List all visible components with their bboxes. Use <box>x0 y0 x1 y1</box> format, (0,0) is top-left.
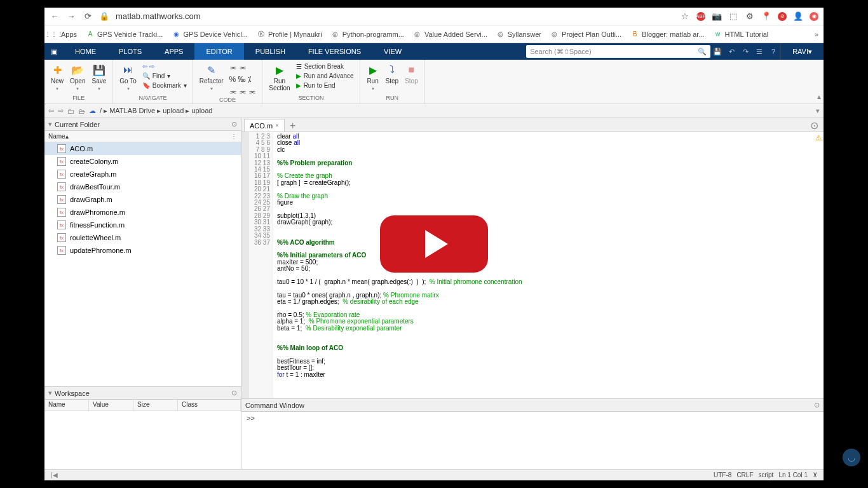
play-overlay-button[interactable] <box>380 215 488 273</box>
pin-icon[interactable]: 📍 <box>761 11 771 21</box>
breakpoint-strip[interactable] <box>241 132 249 398</box>
bookmark-item[interactable]: wHTML Tutorial <box>714 30 769 39</box>
ext2-icon[interactable]: ◉ <box>810 12 818 21</box>
tab-publish[interactable]: PUBLISH <box>244 43 297 60</box>
folder-icon[interactable]: 🗀 <box>67 107 74 115</box>
status-eol[interactable]: CRLF <box>736 471 753 478</box>
undo-icon[interactable]: ↶ <box>724 48 738 56</box>
status-playbar-icon[interactable]: |◀ <box>51 471 58 478</box>
ext-icon[interactable]: ⊘ <box>778 12 787 21</box>
reload-icon[interactable]: ⟳ <box>83 11 93 21</box>
up-icon[interactable]: 🗁 <box>78 107 85 115</box>
run-advance-button[interactable]: ▶Run and Advance <box>295 72 355 80</box>
tab-view[interactable]: VIEW <box>372 43 413 60</box>
search-input[interactable]: Search (⌘⇧Space)🔍 <box>526 45 710 58</box>
run-button[interactable]: ▶Run▾ <box>365 62 381 93</box>
status-position[interactable]: Ln 1 Col 1 <box>778 471 808 478</box>
bookmark-item[interactable]: BBlogger: matlab ar... <box>630 30 704 39</box>
editor-tab[interactable]: ACO.m× <box>244 119 285 132</box>
tab-editor[interactable]: EDITOR <box>194 43 243 60</box>
file-item[interactable]: fxdrawGraph.m <box>44 193 241 206</box>
bookmark-button[interactable]: 🔖Bookmark ▾ <box>142 81 187 90</box>
warning-icon[interactable]: ⚠ <box>815 133 822 142</box>
stop-button[interactable]: ■Stop <box>403 62 419 86</box>
file-item[interactable]: fxdrawBestTour.m <box>44 180 241 193</box>
col-value[interactable]: Value <box>89 400 133 410</box>
bookmark-item[interactable]: ⓀProfile | Mynaukri <box>257 30 322 39</box>
back-icon[interactable]: ← <box>50 11 60 21</box>
file-item[interactable]: fxdrawPhromone.m <box>44 206 241 219</box>
bookmark-item[interactable]: AGPS Vehicle Tracki... <box>86 30 163 39</box>
format-icon[interactable]: ⫘ ⫘ ⫘ <box>229 86 257 97</box>
bookmark-item[interactable]: ◎Project Plan Outli... <box>550 30 621 39</box>
col-name[interactable]: Name <box>44 400 89 410</box>
nav-arrows[interactable]: ⇦ ⇨ <box>142 62 187 71</box>
bookmark-item[interactable]: ◉GPS Device Vehicl... <box>172 30 248 39</box>
bookmark-item[interactable]: ◎Value Added Servi... <box>413 30 487 39</box>
path-back-icon[interactable]: ⇦ <box>48 107 54 115</box>
tab-fileversions[interactable]: FILE VERSIONS <box>297 43 372 60</box>
help-icon[interactable]: ? <box>766 48 780 55</box>
status-type[interactable]: script <box>759 471 774 478</box>
col-size[interactable]: Size <box>133 400 178 410</box>
command-window[interactable]: >> <box>241 412 824 469</box>
file-item[interactable]: fxcreateColony.m <box>44 155 241 168</box>
user-menu[interactable]: RAVI ▾ <box>780 43 824 60</box>
star-icon[interactable]: ☆ <box>680 11 690 21</box>
tabs-close-icon[interactable]: ⊙ <box>805 119 824 132</box>
new-button[interactable]: ✚New▾ <box>50 62 65 93</box>
tab-plots[interactable]: PLOTS <box>107 43 153 60</box>
tab-home[interactable]: HOME <box>64 43 107 60</box>
file-item[interactable]: fxfitnessFunction.m <box>44 219 241 231</box>
comment-icon[interactable]: % ‰ ⁒ <box>229 74 257 85</box>
path-fwd-icon[interactable]: ⇨ <box>58 107 64 115</box>
indent-icon[interactable]: ⫘ ⫘ <box>229 62 257 72</box>
file-item[interactable]: fxcreateGraph.m <box>44 168 241 180</box>
file-item[interactable]: fxACO.m <box>44 142 241 155</box>
run-section-button[interactable]: ▶Run Section <box>268 62 291 93</box>
folder-column-header[interactable]: Name ▴⋮ <box>44 131 241 142</box>
panel-close-icon[interactable]: ⊙ <box>814 401 820 409</box>
code-editor[interactable]: 1 2 3 4 5 6 7 8 9 10 11 12 13 14 15 16 1… <box>241 132 824 399</box>
abp-icon[interactable]: ABP <box>696 12 705 21</box>
find-button[interactable]: 🔍Find ▾ <box>142 72 187 80</box>
close-tab-icon[interactable]: × <box>275 122 279 129</box>
bookmarks-overflow[interactable]: » <box>815 30 818 38</box>
panel-close-icon[interactable]: ⊙ <box>231 389 237 397</box>
collapse-icon[interactable]: ▾ <box>48 120 52 128</box>
collapse-ribbon-icon[interactable]: ▴ <box>815 60 824 104</box>
save-icon[interactable]: 💾 <box>710 48 724 56</box>
col-class[interactable]: Class <box>178 400 241 410</box>
bookmark-item[interactable]: ◎Syllanswer <box>496 30 541 39</box>
camera-icon[interactable]: 📷 <box>712 11 722 21</box>
status-encoding[interactable]: UTF-8 <box>714 471 731 478</box>
file-item[interactable]: fxrouletteWheel.m <box>44 231 241 244</box>
section-break-button[interactable]: ☰Section Break <box>295 62 355 71</box>
step-button[interactable]: ⤵Step <box>384 62 400 86</box>
apps-menu[interactable]: ⋮⋮⋮Apps <box>50 30 77 39</box>
new-tab-icon[interactable]: + <box>285 120 301 132</box>
gear-icon[interactable]: ⚙ <box>745 11 755 21</box>
redo-icon[interactable]: ↷ <box>738 48 752 56</box>
run-end-button[interactable]: ▶Run to End <box>295 81 355 90</box>
status-zoom-icon[interactable]: ⊻ <box>813 471 817 478</box>
panel-close-icon[interactable]: ⊙ <box>231 120 237 128</box>
profile-icon[interactable]: 👤 <box>793 11 803 21</box>
url-field[interactable]: matlab.mathworks.com <box>116 11 674 21</box>
code-content[interactable]: clear all close all clc %% Problem prepa… <box>273 132 824 398</box>
file-item[interactable]: fxupdatePhromone.m <box>44 244 241 257</box>
path-root[interactable]: / ▸ MATLAB Drive ▸ upload ▸ upload <box>100 107 212 115</box>
bookmark-item[interactable]: ◎Python-programm... <box>331 30 404 39</box>
float-badge-icon[interactable]: ◡ <box>843 449 860 466</box>
refactor-button[interactable]: ✎Refactor▾ <box>198 62 225 93</box>
matlab-logo-icon[interactable]: ▣ <box>44 43 64 60</box>
forward-icon[interactable]: → <box>66 11 76 21</box>
goto-button[interactable]: ⏭Go To▾ <box>118 62 138 93</box>
path-dropdown-icon[interactable]: ▾ <box>816 107 820 115</box>
collapse-icon[interactable]: ▾ <box>48 389 52 397</box>
tab-apps[interactable]: APPS <box>153 43 194 60</box>
cloud-icon[interactable]: ☁ <box>89 107 96 115</box>
save-button[interactable]: 💾Save▾ <box>90 62 107 93</box>
tray-icon[interactable]: ☰ <box>752 48 766 56</box>
puzzle-icon[interactable]: ⬚ <box>728 11 738 21</box>
